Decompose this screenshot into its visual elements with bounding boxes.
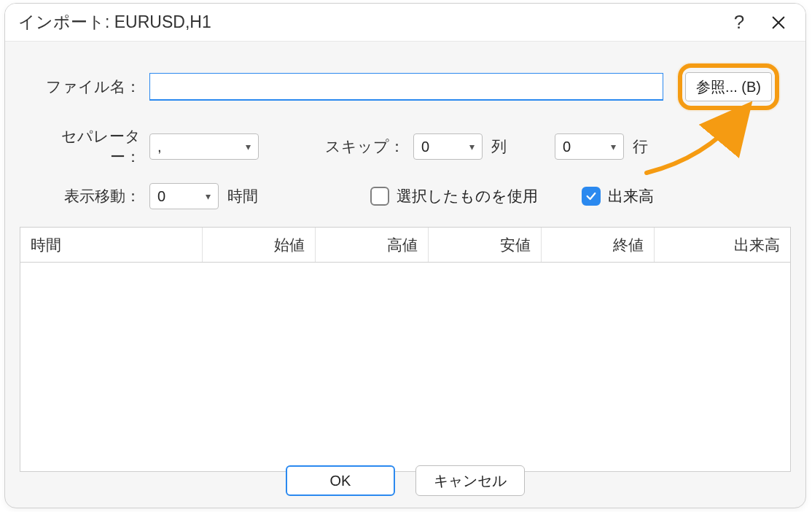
use-selected-label: 選択したものを使用 bbox=[397, 186, 538, 206]
separator-select[interactable]: , ▾ bbox=[149, 133, 259, 160]
columns-unit: 列 bbox=[491, 136, 507, 157]
checkbox-box bbox=[370, 187, 389, 206]
chevron-down-icon: ▾ bbox=[206, 190, 211, 202]
filename-input[interactable] bbox=[149, 73, 663, 101]
skip-rows-value: 0 bbox=[563, 139, 605, 155]
chevron-down-icon: ▾ bbox=[611, 141, 616, 152]
separator-label: セパレーター： bbox=[31, 126, 141, 167]
help-icon: ? bbox=[734, 11, 744, 34]
chevron-down-icon: ▾ bbox=[469, 141, 475, 152]
row-filename: ファイル名： 参照... (B) bbox=[31, 63, 779, 110]
close-icon bbox=[770, 15, 786, 31]
filename-label: ファイル名： bbox=[31, 77, 141, 97]
help-button[interactable]: ? bbox=[719, 6, 759, 39]
dialog-title: インポート: EURUSD,H1 bbox=[18, 11, 719, 34]
skip-rows-select[interactable]: 0 ▾ bbox=[555, 133, 624, 160]
col-high[interactable]: 高値 bbox=[316, 228, 429, 262]
titlebar: インポート: EURUSD,H1 ? bbox=[5, 4, 805, 42]
dialog-footer: OK キャンセル bbox=[5, 465, 805, 496]
volume-checkbox[interactable]: 出来高 bbox=[582, 186, 654, 206]
data-table: 時間 始値 高値 安値 終値 出来高 bbox=[20, 227, 791, 472]
col-time[interactable]: 時間 bbox=[20, 228, 203, 262]
separator-value: , bbox=[157, 139, 240, 155]
browse-button[interactable]: 参照... (B) bbox=[685, 72, 772, 101]
browse-highlight: 参照... (B) bbox=[678, 63, 779, 110]
skip-cols-value: 0 bbox=[421, 139, 464, 155]
shift-label: 表示移動： bbox=[31, 186, 141, 206]
col-open[interactable]: 始値 bbox=[203, 228, 316, 262]
cancel-button[interactable]: キャンセル bbox=[415, 465, 525, 496]
shift-value: 0 bbox=[157, 188, 200, 205]
skip-cols-select[interactable]: 0 ▾ bbox=[413, 133, 483, 160]
check-icon bbox=[585, 190, 597, 202]
skip-label: スキップ： bbox=[324, 136, 405, 157]
close-button[interactable] bbox=[759, 6, 798, 39]
col-close[interactable]: 終値 bbox=[542, 228, 655, 262]
row-sep-skip: セパレーター： , ▾ スキップ： 0 ▾ 列 0 ▾ 行 bbox=[31, 126, 779, 167]
volume-label: 出来高 bbox=[608, 186, 654, 206]
rows-unit: 行 bbox=[633, 136, 648, 157]
hours-unit: 時間 bbox=[227, 186, 258, 206]
form-area: ファイル名： 参照... (B) セパレーター： , ▾ スキップ： 0 ▾ 列… bbox=[5, 42, 805, 222]
import-dialog: インポート: EURUSD,H1 ? ファイル名： 参照... (B) セパレー… bbox=[4, 3, 806, 508]
row-shift: 表示移動： 0 ▾ 時間 選択したものを使用 出来高 bbox=[31, 183, 779, 209]
col-volume[interactable]: 出来高 bbox=[655, 228, 790, 262]
col-low[interactable]: 安値 bbox=[429, 228, 542, 262]
table-header-row: 時間 始値 高値 安値 終値 出来高 bbox=[20, 228, 790, 263]
use-selected-checkbox[interactable]: 選択したものを使用 bbox=[370, 186, 538, 206]
shift-select[interactable]: 0 ▾ bbox=[149, 183, 219, 209]
chevron-down-icon: ▾ bbox=[246, 141, 251, 152]
checkbox-box bbox=[582, 187, 601, 206]
ok-button[interactable]: OK bbox=[286, 465, 395, 496]
